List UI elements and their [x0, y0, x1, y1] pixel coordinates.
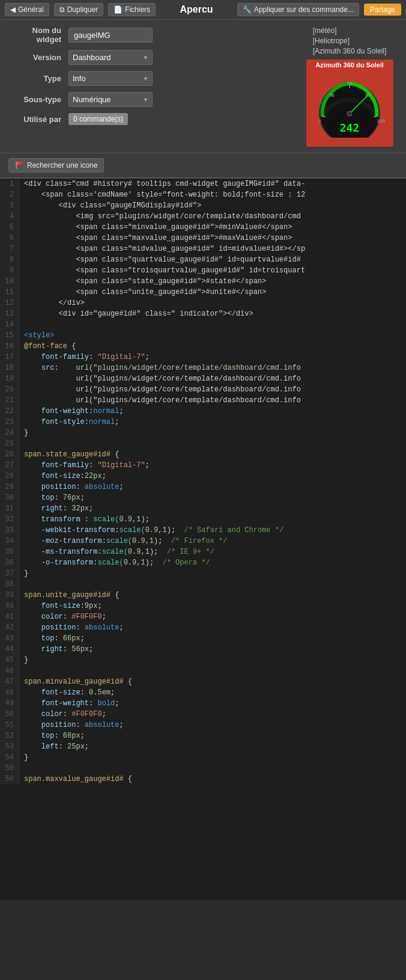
line-content: <span class="midvalue_gauge#id#" id=midv… — [19, 243, 406, 254]
line-content: font-size:9px; — [19, 601, 406, 611]
type-select[interactable]: Info — [68, 71, 153, 86]
line-number: 28 — [0, 471, 19, 482]
code-line: 18 src: url("plugins/widget/core/templat… — [0, 363, 406, 373]
code-line: 50 color: #F0F0F0; — [0, 709, 406, 720]
line-content: <span class="troisquartvalue_gauge#id#" … — [19, 265, 406, 276]
back-button[interactable]: ◀ Général — [5, 3, 49, 16]
line-number: 53 — [0, 741, 19, 752]
subtype-select[interactable]: Numérique — [68, 92, 153, 107]
svg-text:50: 50 — [347, 81, 353, 86]
line-number: 40 — [0, 601, 19, 611]
line-number: 15 — [0, 330, 19, 341]
line-number: 12 — [0, 298, 19, 308]
line-number: 47 — [0, 676, 19, 687]
files-button[interactable]: 📄 Fichiers — [108, 3, 156, 16]
line-number: 50 — [0, 709, 19, 720]
line-content: <img src="plugins/widget/core/template/d… — [19, 211, 406, 222]
line-number: 55 — [0, 763, 19, 774]
line-number: 4 — [0, 211, 19, 222]
line-number: 49 — [0, 698, 19, 709]
line-content: <div class="cmd #history# tooltips cmd-w… — [19, 179, 406, 189]
code-line: 1<div class="cmd #history# tooltips cmd-… — [0, 179, 406, 189]
svg-text:242: 242 — [340, 121, 360, 134]
preview-text-1: [météo] — [313, 26, 337, 35]
line-number: 44 — [0, 644, 19, 655]
code-line: 37} — [0, 568, 406, 579]
line-content: top: 66px; — [19, 633, 406, 644]
code-line: 31 right: 32px; — [0, 503, 406, 514]
line-number: 7 — [0, 243, 19, 254]
line-content: -ms-transform:scale(0.9,1); /* IE 9+ */ — [19, 547, 406, 557]
widget-name-label: Nom du widget — [8, 26, 68, 44]
code-line: 30 top: 76px; — [0, 492, 406, 503]
line-content: } — [19, 752, 406, 763]
code-line: 40 font-size:9px; — [0, 601, 406, 611]
code-line: 34 -moz-transform:scale(0.9,1); /* Firef… — [0, 536, 406, 547]
line-number: 19 — [0, 373, 19, 384]
page-title: Apercu — [160, 4, 232, 15]
line-content — [19, 319, 406, 330]
line-number: 20 — [0, 384, 19, 395]
code-line: 38 — [0, 579, 406, 590]
code-line: 10 <span class="state_gauge#id#">#state#… — [0, 276, 406, 287]
code-line: 3 <div class="gaugeIMGdisplay#id#"> — [0, 200, 406, 211]
line-content: color: #F0F0F0; — [19, 611, 406, 622]
line-content: <span class="quartvalue_gauge#id#" id=qu… — [19, 254, 406, 265]
version-select-wrapper: Dashboard — [68, 50, 153, 65]
code-line: 51 position: absolute; — [0, 720, 406, 730]
widget-name-input[interactable] — [68, 28, 153, 43]
apply-button[interactable]: 🔧 Appliquer sur des commande... — [237, 3, 359, 16]
line-content: url("plugins/widget/core/template/dashbo… — [19, 395, 406, 406]
line-number: 29 — [0, 482, 19, 492]
line-number: 45 — [0, 655, 19, 666]
code-line: 42 position: absolute; — [0, 622, 406, 633]
subtype-row: Sous-type Numérique — [8, 92, 295, 107]
line-content: top: 76px; — [19, 492, 406, 503]
line-content: @font-face { — [19, 341, 406, 352]
line-content: <span class="maxvalue_gauge#id#">#maxVal… — [19, 233, 406, 243]
icon-search-button[interactable]: 🚩 Rechercher une icone — [8, 158, 104, 173]
used-by-badge[interactable]: 0 commande(s) — [68, 113, 128, 125]
line-content: <span class='cmdName' style="font-weight… — [19, 189, 406, 200]
line-number: 56 — [0, 774, 19, 785]
line-content: <span class="minvalue_gauge#id#">#minVal… — [19, 222, 406, 233]
svg-text:25: 25 — [329, 93, 335, 98]
line-content: top: 68px; — [19, 730, 406, 741]
line-number: 14 — [0, 319, 19, 330]
line-number: 1 — [0, 179, 19, 189]
line-number: 18 — [0, 363, 19, 373]
line-number: 36 — [0, 557, 19, 568]
code-line: 56span.maxvalue_gauge#id# { — [0, 774, 406, 785]
line-number: 21 — [0, 395, 19, 406]
code-line: 41 color: #F0F0F0; — [0, 611, 406, 622]
gauge-svg: 0 25 50 75 100 242 — [314, 78, 386, 138]
code-line: 22 font-weight:normal; — [0, 406, 406, 417]
line-content: position: absolute; — [19, 482, 406, 492]
line-content — [19, 763, 406, 774]
line-number: 37 — [0, 568, 19, 579]
code-line: 32 transform : scale(0.9,1); — [0, 514, 406, 525]
line-number: 35 — [0, 547, 19, 557]
line-content: span.maxvalue_gauge#id# { — [19, 774, 406, 785]
used-by-row: Utilisé par 0 commande(s) — [8, 113, 295, 125]
version-select[interactable]: Dashboard — [68, 50, 153, 65]
back-icon: ◀ — [10, 5, 16, 14]
code-line: 45} — [0, 655, 406, 666]
line-number: 2 — [0, 189, 19, 200]
code-line: 46 — [0, 666, 406, 676]
line-content: position: absolute; — [19, 720, 406, 730]
gauge-inner: 0 25 50 75 100 242 — [314, 78, 386, 139]
line-content: font-size:22px; — [19, 471, 406, 482]
line-number: 16 — [0, 341, 19, 352]
share-button[interactable]: Partage — [364, 4, 401, 16]
used-by-label: Utilisé par — [8, 115, 68, 124]
svg-point-12 — [347, 111, 352, 116]
code-line: 28 font-size:22px; — [0, 471, 406, 482]
duplicate-button[interactable]: ⧉ Dupliquer — [54, 3, 103, 16]
code-line: 39span.unite_gauge#id# { — [0, 590, 406, 601]
line-content: span.state_gauge#id# { — [19, 449, 406, 460]
files-icon: 📄 — [114, 5, 123, 14]
code-line: 5 <span class="minvalue_gauge#id#">#minV… — [0, 222, 406, 233]
line-content: <div id="gauge#id#" class=" indicator"><… — [19, 308, 406, 319]
line-content: font-family: "Digital-7"; — [19, 352, 406, 363]
